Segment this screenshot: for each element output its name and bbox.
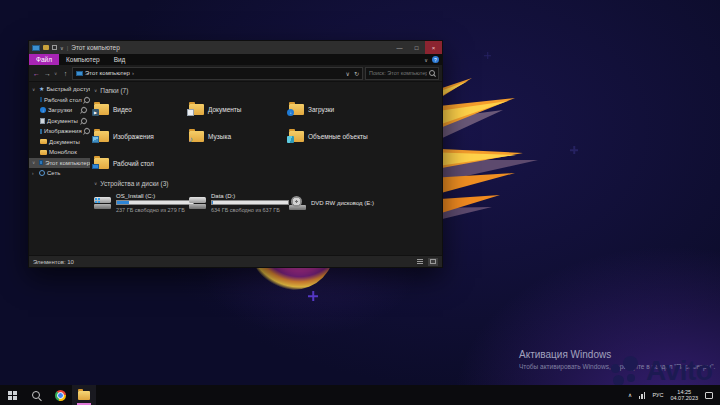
- avito-watermark: Avito: [610, 356, 712, 388]
- drive-tile-c[interactable]: OS_Install (C:) 237 ГБ свободно из 279 Г…: [94, 189, 189, 216]
- collapse-icon[interactable]: ∨: [94, 181, 97, 186]
- sidebar-item-label: Рабочий стол: [44, 97, 82, 103]
- expand-icon[interactable]: ∨: [32, 160, 37, 165]
- qat-dropdown-icon[interactable]: ∨: [60, 45, 64, 51]
- folder-icon: ↓: [289, 104, 304, 115]
- action-center-icon[interactable]: [705, 392, 713, 399]
- window-controls: — □ ×: [391, 41, 442, 54]
- sidebar-item-quick-access[interactable]: ∨ ★ Быстрый доступ: [29, 84, 90, 95]
- taskbar-search-button[interactable]: [24, 385, 48, 405]
- minimize-button[interactable]: —: [391, 41, 408, 54]
- expand-icon[interactable]: ∨: [32, 87, 37, 92]
- forward-icon[interactable]: →: [43, 70, 52, 77]
- system-tray: ∧ РУС 14:25 04.07.2023: [628, 389, 720, 402]
- sidebar-item-network[interactable]: › Сеть: [29, 168, 90, 179]
- folder-tile-3d-objects[interactable]: Объемные объекты: [289, 123, 414, 150]
- recent-locations-icon[interactable]: ∨: [54, 71, 59, 76]
- sparkle-icon: [308, 291, 318, 301]
- drive-usage-bar: [116, 200, 194, 205]
- address-bar[interactable]: Этот компьютер › ∨ ↻: [72, 67, 363, 80]
- disc-icon: [291, 196, 302, 207]
- refresh-icon[interactable]: ↻: [354, 70, 359, 77]
- folder-tile-downloads[interactable]: ↓ Загрузки: [289, 96, 414, 123]
- this-pc-icon: [39, 160, 43, 165]
- dvd-drive-icon: [289, 196, 307, 210]
- music-badge-icon: ♪: [187, 136, 195, 143]
- quick-access-star-icon: ★: [39, 86, 44, 92]
- sidebar-item-downloads[interactable]: ↓ Загрузки: [29, 105, 90, 116]
- hdd-drive-icon: [189, 196, 207, 210]
- tray-date: 04.07.2023: [670, 395, 698, 402]
- drive-tile-d[interactable]: Data (D:) 634 ГБ свободно из 637 ГБ: [189, 189, 289, 216]
- help-icon[interactable]: ?: [432, 56, 439, 63]
- chrome-button[interactable]: [48, 385, 72, 405]
- video-badge-icon: ▶: [92, 109, 99, 116]
- network-icon: [39, 170, 45, 176]
- folder-label: Видео: [113, 106, 132, 113]
- sparkle-icon: [484, 52, 491, 59]
- folder-tile-video[interactable]: ▶ Видео: [94, 96, 189, 123]
- qat-newfolder-icon[interactable]: [52, 45, 57, 50]
- drive-tile-dvd[interactable]: DVD RW дисковод (E:): [289, 189, 414, 216]
- section-title: Устройства и диски (3): [100, 180, 168, 187]
- drive-free-space: 634 ГБ свободно из 637 ГБ: [211, 207, 289, 213]
- sidebar-item-monoblok[interactable]: Моноблок: [29, 147, 90, 158]
- tray-chevron-icon[interactable]: ∧: [628, 392, 632, 398]
- start-button[interactable]: [0, 385, 24, 405]
- title-bar[interactable]: ∨ | Этот компьютер — □ ×: [29, 41, 442, 54]
- search-icon: [32, 391, 40, 399]
- system-drive-icon: [94, 196, 112, 210]
- qat-properties-icon[interactable]: [43, 45, 49, 50]
- search-icon[interactable]: [429, 70, 435, 76]
- ribbon-collapse-icon[interactable]: ∨: [424, 57, 428, 63]
- sidebar-item-desktop[interactable]: Рабочий стол: [29, 95, 90, 106]
- collapsed-icon[interactable]: ›: [32, 171, 37, 176]
- details-view-button[interactable]: [415, 258, 425, 266]
- pictures-icon: [40, 129, 42, 134]
- details-view-icon: [417, 259, 423, 264]
- clock[interactable]: 14:25 04.07.2023: [670, 389, 698, 402]
- collapse-icon[interactable]: ∨: [94, 88, 97, 93]
- breadcrumb[interactable]: Этот компьютер: [85, 70, 130, 76]
- document-badge-icon: [187, 109, 194, 116]
- sidebar-item-documents-folder[interactable]: Документы: [29, 137, 90, 148]
- picture-badge-icon: [92, 136, 99, 143]
- section-title: Папки (7): [100, 87, 128, 94]
- folder-label: Музыка: [208, 133, 231, 140]
- folder-tile-desktop[interactable]: Рабочий стол: [94, 150, 189, 177]
- sidebar-item-pictures[interactable]: Изображения: [29, 126, 90, 137]
- cube-badge-icon: [287, 136, 294, 143]
- folder-tile-pictures[interactable]: Изображения: [94, 123, 189, 150]
- search-input[interactable]: [369, 70, 427, 76]
- explorer-window: ∨ | Этот компьютер — □ × Файл Компьютер …: [28, 40, 443, 268]
- tab-computer[interactable]: Компьютер: [59, 54, 107, 65]
- close-button[interactable]: ×: [425, 41, 442, 54]
- sidebar-item-label: Быстрый доступ: [46, 86, 90, 92]
- drive-free-space: 237 ГБ свободно из 279 ГБ: [116, 207, 189, 213]
- up-icon[interactable]: ↑: [61, 70, 70, 77]
- sidebar-item-label: Этот компьютер: [45, 160, 90, 166]
- sidebar-item-documents[interactable]: Документы: [29, 116, 90, 127]
- folder-icon: [40, 139, 47, 144]
- file-list-pane: ∨ Папки (7) ▶ Видео Документы ↓ Загрузки: [90, 82, 442, 255]
- explorer-button[interactable]: [72, 385, 96, 405]
- drives-grid: OS_Install (C:) 237 ГБ свободно из 279 Г…: [94, 189, 442, 216]
- thumbnails-view-button[interactable]: [428, 258, 438, 266]
- address-dropdown-icon[interactable]: ∨: [346, 70, 350, 77]
- tab-file[interactable]: Файл: [29, 54, 59, 65]
- language-indicator[interactable]: РУС: [652, 392, 663, 398]
- section-header-folders[interactable]: ∨ Папки (7): [94, 86, 442, 95]
- tab-view[interactable]: Вид: [107, 54, 133, 65]
- section-header-devices[interactable]: ∨ Устройства и диски (3): [94, 179, 442, 188]
- back-icon[interactable]: ←: [32, 70, 41, 77]
- folder-icon: [40, 150, 47, 155]
- folder-tile-documents[interactable]: Документы: [189, 96, 289, 123]
- network-tray-icon[interactable]: [639, 392, 646, 399]
- maximize-button[interactable]: □: [408, 41, 425, 54]
- folder-icon: [189, 104, 204, 115]
- folder-tile-music[interactable]: ♪ Музыка: [189, 123, 289, 150]
- downloads-icon: ↓: [40, 107, 46, 113]
- search-box[interactable]: [365, 67, 439, 80]
- drive-name: DVD RW дисковод (E:): [311, 200, 374, 206]
- sidebar-item-this-pc[interactable]: ∨ Этот компьютер: [29, 158, 90, 169]
